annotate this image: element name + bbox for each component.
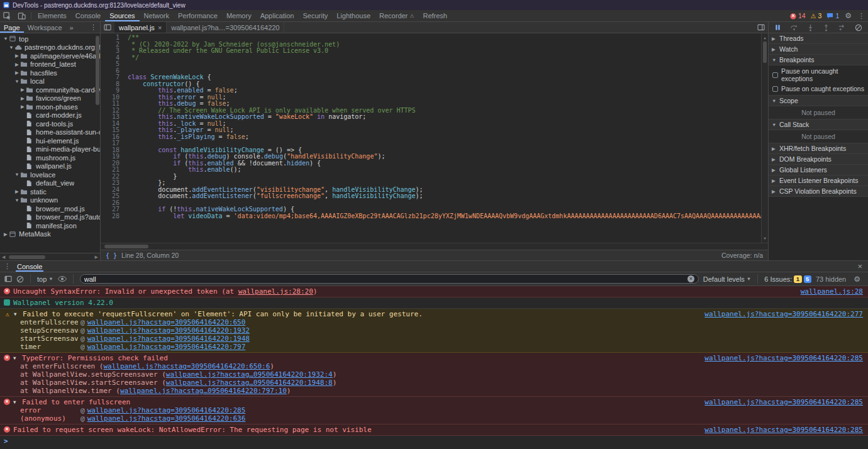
- checkbox-pause-on-caught-exceptions[interactable]: Pause on caught exceptions: [769, 84, 868, 94]
- tree-arrow-icon[interactable]: ▼: [8, 45, 14, 50]
- source-link[interactable]: wallpanel.js?hacstag=3095064164220:285: [704, 398, 863, 406]
- source-link[interactable]: wallpanel.js?hacstag…095064164220:1948:8: [166, 379, 333, 387]
- settings-gear-icon[interactable]: ⚙: [842, 10, 855, 21]
- pretty-print-icon[interactable]: { }: [106, 252, 117, 259]
- context-selector[interactable]: top▼: [37, 275, 53, 283]
- tree-item-moon-phases[interactable]: ▶moon-phases: [0, 103, 100, 111]
- close-drawer-icon[interactable]: ×: [855, 261, 864, 272]
- scroll-up-icon[interactable]: ▲: [762, 35, 768, 42]
- section-csp-violation-breakpoints[interactable]: ▶CSP Violation Breakpoints: [769, 186, 868, 197]
- tab-performance[interactable]: Performance: [174, 10, 222, 21]
- issues-summary[interactable]: 6 Issues: 1 5: [764, 275, 811, 283]
- source-link[interactable]: wallpanel.js?hacstag=3095064164220:797: [87, 343, 246, 351]
- tab-sources[interactable]: Sources: [105, 10, 139, 21]
- section-global-listeners[interactable]: ▶Global Listeners: [769, 165, 868, 175]
- line-number[interactable]: 1: [101, 35, 125, 42]
- tree-item-community-ha-card-wea[interactable]: ▶community/ha-card-wea: [0, 86, 100, 94]
- tree-item-default-view[interactable]: default_view: [0, 179, 100, 188]
- tab-elements[interactable]: Elements: [33, 10, 71, 21]
- tree-arrow-icon[interactable]: ▼: [3, 36, 9, 42]
- source-link[interactable]: wallpanel.js:28:20: [238, 287, 313, 296]
- source-link[interactable]: wallpanel.js?hacstag=3095064164220:650:6: [103, 362, 270, 370]
- code-editor[interactable]: 1234567891011121314151617181920212223242…: [101, 33, 768, 243]
- tree-arrow-icon[interactable]: ▼: [14, 172, 20, 177]
- tab-application[interactable]: Application: [256, 10, 299, 21]
- source-link[interactable]: wallpanel.js?hacstag=3095064164220:636: [87, 414, 246, 423]
- expand-arrow-icon[interactable]: ▼: [14, 310, 19, 318]
- inspect-icon[interactable]: [0, 10, 14, 21]
- section-breakpoints[interactable]: ▼Breakpoints: [769, 55, 868, 65]
- console-filter[interactable]: ×: [80, 274, 699, 284]
- source-link[interactable]: wallpanel.js?hacstag=3095064164220:285: [704, 354, 863, 362]
- line-number[interactable]: 19: [101, 153, 125, 160]
- tree-item-manifest-json[interactable]: manifest.json: [0, 221, 100, 230]
- tree-arrow-icon[interactable]: ▶: [19, 87, 26, 92]
- editor-horizontal-scrollbar[interactable]: [101, 243, 768, 250]
- tree-item-local[interactable]: ▼local: [0, 77, 100, 86]
- issues-count-badge[interactable]: 1: [824, 10, 842, 21]
- warning-count-badge[interactable]: ⚠3: [808, 10, 825, 21]
- checkbox-icon[interactable]: [772, 72, 778, 78]
- console-sidebar-icon[interactable]: [4, 275, 12, 282]
- source-link[interactable]: wallpanel.js?hacstag=3095064164220:1948: [87, 335, 250, 343]
- tree-arrow-icon[interactable]: ▶: [14, 189, 20, 194]
- section-event-listener-breakpoints[interactable]: ▶Event Listener Breakpoints: [769, 175, 868, 186]
- section-call-stack[interactable]: ▼Call Stack: [769, 119, 868, 130]
- tab-memory[interactable]: Memory: [222, 10, 256, 21]
- source-link[interactable]: wallpanel.js?hacstag=3095064164220:285: [87, 406, 246, 414]
- source-link[interactable]: wallpanel.js?hacstag=3095064164220:277: [704, 310, 863, 318]
- filter-input[interactable]: [84, 275, 685, 283]
- section-dom-breakpoints[interactable]: ▶DOM Breakpoints: [769, 154, 868, 165]
- line-number[interactable]: 28: [101, 213, 125, 220]
- tree-item-frontend-latest[interactable]: ▶frontend_latest: [0, 60, 100, 69]
- line-number[interactable]: 3: [101, 48, 125, 55]
- line-number[interactable]: 17: [101, 140, 125, 147]
- editor-code[interactable]: /** * (C) 2020-2022 by Jan Schneider (os…: [125, 33, 761, 243]
- editor-vertical-scrollbar[interactable]: ▲ ▼: [761, 33, 768, 243]
- line-number[interactable]: 4: [101, 55, 125, 62]
- scroll-down-icon[interactable]: ▼: [762, 235, 768, 242]
- tree-item-mini-media-player-bund[interactable]: mini-media-player-bund: [0, 145, 100, 154]
- more-options-icon[interactable]: ⋮: [855, 10, 868, 21]
- tree-item-wallpanel-js[interactable]: wallpanel.js: [0, 162, 100, 171]
- eye-icon[interactable]: [58, 276, 67, 282]
- tree-item-top[interactable]: ▼top: [0, 35, 100, 43]
- error-count-badge[interactable]: 14: [787, 10, 808, 21]
- tree-item-home-assistant-sun-card[interactable]: home-assistant-sun-card: [0, 128, 100, 137]
- tree-item-favicons-green[interactable]: ▶favicons/green: [0, 94, 100, 103]
- tree-item-browser-mod-js[interactable]: browser_mod.js: [0, 204, 100, 213]
- tab-recorder[interactable]: Recorder⚠: [375, 10, 418, 21]
- line-number[interactable]: 9: [101, 87, 125, 94]
- checkbox-pause-on-uncaught-exceptions[interactable]: Pause on uncaught exceptions: [769, 66, 868, 84]
- toggle-debugger-sidebar-icon[interactable]: [754, 22, 768, 33]
- tree-arrow-icon[interactable]: ▶: [14, 53, 20, 58]
- tree-item-pastrengo-duckdns-org-8123[interactable]: ▼pastrengo.duckdns.org:8123: [0, 43, 100, 52]
- tree-arrow-icon[interactable]: ▼: [14, 79, 20, 84]
- tree-item-unknown[interactable]: ▼unknown: [0, 196, 100, 205]
- pause-icon[interactable]: [774, 24, 781, 31]
- tree-arrow-icon[interactable]: ▼: [14, 197, 20, 203]
- tree-item-card-modder-js[interactable]: card-modder.js: [0, 111, 100, 120]
- line-number[interactable]: 11: [101, 101, 125, 108]
- tree-item-api-image-serve-e46ad13c[interactable]: ▶api/image/serve/e46ad13c: [0, 52, 100, 60]
- navigator-tab-workspace[interactable]: Workspace: [24, 22, 66, 33]
- tab-network[interactable]: Network: [140, 10, 174, 21]
- tab-lighthouse[interactable]: Lighthouse: [332, 10, 375, 21]
- clear-console-icon[interactable]: [16, 275, 24, 283]
- source-link[interactable]: wallpanel.js?hacstag=3095064164220:650: [87, 318, 246, 326]
- line-number[interactable]: 8: [101, 81, 125, 88]
- line-number[interactable]: 27: [101, 206, 125, 213]
- step-into-icon[interactable]: [807, 24, 814, 31]
- line-number[interactable]: 7: [101, 74, 125, 81]
- section-watch[interactable]: ▶Watch: [769, 44, 868, 55]
- navigator-more-icon[interactable]: ⋮: [87, 22, 100, 33]
- section-scope[interactable]: ▼Scope: [769, 96, 868, 106]
- expand-arrow-icon[interactable]: ▼: [13, 398, 19, 406]
- tree-item-metamask[interactable]: ▶MetaMask: [0, 230, 100, 239]
- tab-refresh[interactable]: Refresh: [418, 10, 452, 21]
- navigator-horizontal-scrollbar[interactable]: ◀ ▶: [0, 253, 100, 260]
- editor-tab-wallpanel-js[interactable]: wallpanel.js×: [114, 22, 167, 33]
- section-xhr-fetch-breakpoints[interactable]: ▶XHR/fetch Breakpoints: [769, 143, 868, 154]
- console-settings-gear-icon[interactable]: ⚙: [850, 275, 864, 284]
- tree-arrow-icon[interactable]: ▶: [19, 96, 26, 101]
